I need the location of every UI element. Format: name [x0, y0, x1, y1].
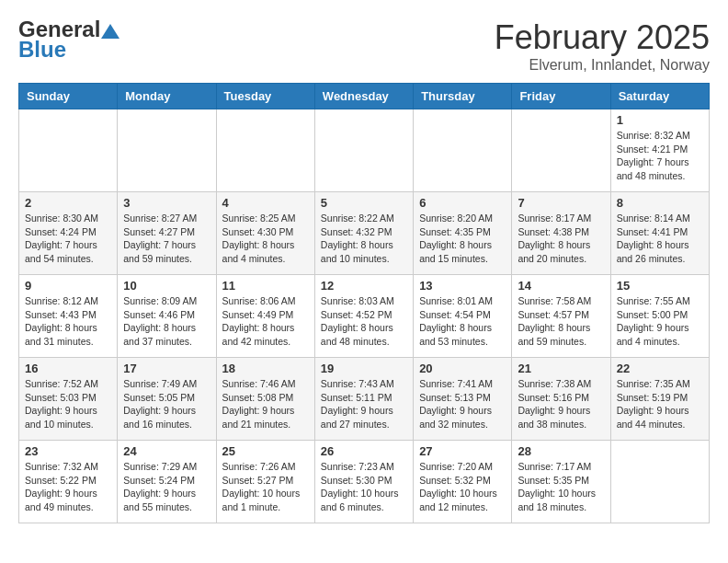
- day-info: Sunrise: 8:30 AM Sunset: 4:24 PM Dayligh…: [25, 212, 111, 266]
- page-header: General Blue February 2025 Elverum, Innl…: [18, 18, 710, 74]
- calendar-cell: 11Sunrise: 8:06 AM Sunset: 4:49 PM Dayli…: [216, 275, 314, 358]
- day-number: 25: [222, 444, 309, 458]
- logo-triangle-icon: [101, 24, 119, 39]
- logo-blue-text: Blue: [18, 37, 66, 63]
- day-info: Sunrise: 8:01 AM Sunset: 4:54 PM Dayligh…: [419, 294, 506, 349]
- calendar-cell: [314, 109, 413, 192]
- calendar-cell: 28Sunrise: 7:17 AM Sunset: 5:35 PM Dayli…: [512, 441, 610, 523]
- calendar-cell: 8Sunrise: 8:14 AM Sunset: 4:41 PM Daylig…: [610, 192, 709, 275]
- day-number: 16: [25, 362, 111, 375]
- calendar-cell: 9Sunrise: 8:12 AM Sunset: 4:43 PM Daylig…: [19, 275, 118, 358]
- week-row-4: 16Sunrise: 7:52 AM Sunset: 5:03 PM Dayli…: [19, 358, 710, 441]
- day-info: Sunrise: 8:32 AM Sunset: 4:21 PM Dayligh…: [617, 129, 703, 183]
- calendar-cell: 7Sunrise: 8:17 AM Sunset: 4:38 PM Daylig…: [512, 192, 610, 275]
- calendar-cell: [118, 109, 216, 192]
- calendar-cell: [216, 109, 314, 192]
- day-number: 2: [25, 196, 111, 210]
- day-info: Sunrise: 7:26 AM Sunset: 5:27 PM Dayligh…: [222, 460, 309, 514]
- calendar-cell: 13Sunrise: 8:01 AM Sunset: 4:54 PM Dayli…: [414, 275, 512, 358]
- day-info: Sunrise: 7:17 AM Sunset: 5:35 PM Dayligh…: [518, 460, 604, 514]
- day-number: 28: [518, 444, 604, 458]
- day-info: Sunrise: 7:58 AM Sunset: 4:57 PM Dayligh…: [518, 294, 604, 349]
- day-info: Sunrise: 7:29 AM Sunset: 5:24 PM Dayligh…: [123, 460, 210, 514]
- calendar-cell: 18Sunrise: 7:46 AM Sunset: 5:08 PM Dayli…: [216, 358, 314, 441]
- day-info: Sunrise: 7:23 AM Sunset: 5:30 PM Dayligh…: [321, 460, 407, 514]
- day-info: Sunrise: 8:12 AM Sunset: 4:43 PM Dayligh…: [25, 294, 111, 349]
- calendar-cell: [414, 109, 512, 192]
- calendar-cell: [19, 109, 118, 192]
- calendar-cell: 26Sunrise: 7:23 AM Sunset: 5:30 PM Dayli…: [314, 441, 413, 523]
- weekday-wednesday: Wednesday: [314, 84, 413, 109]
- calendar-cell: 15Sunrise: 7:55 AM Sunset: 5:00 PM Dayli…: [610, 275, 709, 358]
- week-row-5: 23Sunrise: 7:32 AM Sunset: 5:22 PM Dayli…: [19, 441, 710, 523]
- calendar-cell: 10Sunrise: 8:09 AM Sunset: 4:46 PM Dayli…: [118, 275, 216, 358]
- weekday-saturday: Saturday: [610, 84, 709, 109]
- day-number: 8: [617, 196, 703, 210]
- day-info: Sunrise: 8:03 AM Sunset: 4:52 PM Dayligh…: [321, 294, 407, 349]
- day-info: Sunrise: 7:35 AM Sunset: 5:19 PM Dayligh…: [617, 377, 703, 431]
- calendar-cell: 17Sunrise: 7:49 AM Sunset: 5:05 PM Dayli…: [118, 358, 216, 441]
- day-number: 27: [419, 444, 506, 458]
- day-number: 26: [321, 444, 407, 458]
- day-number: 12: [321, 279, 407, 293]
- day-info: Sunrise: 8:09 AM Sunset: 4:46 PM Dayligh…: [123, 294, 210, 349]
- calendar-cell: [610, 441, 709, 523]
- day-info: Sunrise: 7:55 AM Sunset: 5:00 PM Dayligh…: [617, 294, 703, 349]
- day-info: Sunrise: 8:06 AM Sunset: 4:49 PM Dayligh…: [222, 294, 309, 349]
- day-info: Sunrise: 7:20 AM Sunset: 5:32 PM Dayligh…: [419, 460, 506, 514]
- calendar-cell: 22Sunrise: 7:35 AM Sunset: 5:19 PM Dayli…: [610, 358, 709, 441]
- calendar-cell: 23Sunrise: 7:32 AM Sunset: 5:22 PM Dayli…: [19, 441, 118, 523]
- day-number: 21: [518, 362, 604, 375]
- calendar-cell: 3Sunrise: 8:27 AM Sunset: 4:27 PM Daylig…: [118, 192, 216, 275]
- day-info: Sunrise: 7:46 AM Sunset: 5:08 PM Dayligh…: [222, 377, 309, 431]
- day-info: Sunrise: 7:49 AM Sunset: 5:05 PM Dayligh…: [123, 377, 210, 431]
- day-number: 3: [123, 196, 210, 210]
- day-number: 9: [25, 279, 111, 293]
- calendar-cell: 12Sunrise: 8:03 AM Sunset: 4:52 PM Dayli…: [314, 275, 413, 358]
- day-number: 23: [25, 444, 111, 458]
- calendar-cell: 5Sunrise: 8:22 AM Sunset: 4:32 PM Daylig…: [314, 192, 413, 275]
- calendar-cell: 14Sunrise: 7:58 AM Sunset: 4:57 PM Dayli…: [512, 275, 610, 358]
- day-number: 24: [123, 444, 210, 458]
- day-info: Sunrise: 8:25 AM Sunset: 4:30 PM Dayligh…: [222, 212, 309, 266]
- day-info: Sunrise: 7:38 AM Sunset: 5:16 PM Dayligh…: [518, 377, 604, 431]
- location: Elverum, Innlandet, Norway: [495, 57, 710, 74]
- calendar-cell: 27Sunrise: 7:20 AM Sunset: 5:32 PM Dayli…: [414, 441, 512, 523]
- day-info: Sunrise: 8:20 AM Sunset: 4:35 PM Dayligh…: [419, 212, 506, 266]
- day-number: 13: [419, 279, 506, 293]
- day-number: 1: [617, 113, 703, 127]
- day-info: Sunrise: 8:27 AM Sunset: 4:27 PM Dayligh…: [123, 212, 210, 266]
- calendar-cell: 25Sunrise: 7:26 AM Sunset: 5:27 PM Dayli…: [216, 441, 314, 523]
- calendar: SundayMondayTuesdayWednesdayThursdayFrid…: [18, 83, 710, 523]
- calendar-cell: 1Sunrise: 8:32 AM Sunset: 4:21 PM Daylig…: [610, 109, 709, 192]
- day-info: Sunrise: 8:17 AM Sunset: 4:38 PM Dayligh…: [518, 212, 604, 266]
- weekday-monday: Monday: [118, 84, 216, 109]
- day-number: 4: [222, 196, 309, 210]
- calendar-cell: 19Sunrise: 7:43 AM Sunset: 5:11 PM Dayli…: [314, 358, 413, 441]
- day-info: Sunrise: 7:32 AM Sunset: 5:22 PM Dayligh…: [25, 460, 111, 514]
- week-row-1: 1Sunrise: 8:32 AM Sunset: 4:21 PM Daylig…: [19, 109, 710, 192]
- day-number: 14: [518, 279, 604, 293]
- calendar-cell: [512, 109, 610, 192]
- weekday-friday: Friday: [512, 84, 610, 109]
- day-info: Sunrise: 7:41 AM Sunset: 5:13 PM Dayligh…: [419, 377, 506, 431]
- day-number: 5: [321, 196, 407, 210]
- day-number: 6: [419, 196, 506, 210]
- calendar-cell: 20Sunrise: 7:41 AM Sunset: 5:13 PM Dayli…: [414, 358, 512, 441]
- weekday-header-row: SundayMondayTuesdayWednesdayThursdayFrid…: [19, 84, 710, 109]
- day-number: 20: [419, 362, 506, 375]
- day-info: Sunrise: 7:43 AM Sunset: 5:11 PM Dayligh…: [321, 377, 407, 431]
- day-info: Sunrise: 8:22 AM Sunset: 4:32 PM Dayligh…: [321, 212, 407, 266]
- weekday-tuesday: Tuesday: [216, 84, 314, 109]
- calendar-cell: 24Sunrise: 7:29 AM Sunset: 5:24 PM Dayli…: [118, 441, 216, 523]
- svg-marker-0: [101, 24, 119, 39]
- day-number: 22: [617, 362, 703, 375]
- calendar-cell: 21Sunrise: 7:38 AM Sunset: 5:16 PM Dayli…: [512, 358, 610, 441]
- weekday-sunday: Sunday: [19, 84, 118, 109]
- month-title: February 2025: [495, 18, 710, 57]
- day-number: 11: [222, 279, 309, 293]
- calendar-cell: 6Sunrise: 8:20 AM Sunset: 4:35 PM Daylig…: [414, 192, 512, 275]
- day-number: 15: [617, 279, 703, 293]
- weekday-thursday: Thursday: [414, 84, 512, 109]
- day-number: 7: [518, 196, 604, 210]
